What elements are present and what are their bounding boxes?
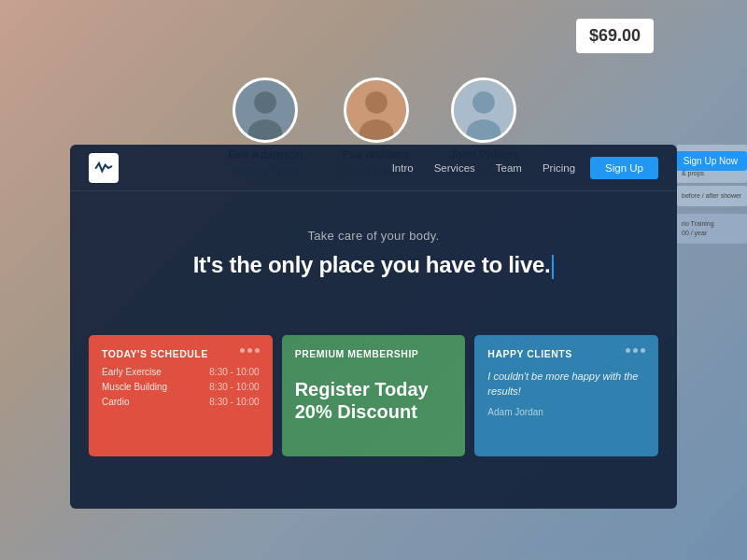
nav-logo[interactable] [89, 153, 119, 183]
right-panel: Personal Trainerspace for training& prop… [677, 145, 747, 509]
hero-subtitle: Take care of your body. [307, 229, 439, 243]
hero-title: It's the only place you have to live. [193, 252, 555, 279]
clients-title: Happy Clients [487, 348, 645, 359]
nav-intro[interactable]: Intro [392, 162, 414, 174]
trainer-avatar-eva [344, 77, 409, 143]
signup-now-button[interactable]: Sign Up Now [674, 151, 747, 171]
right-card-2: before / after shower [677, 186, 747, 206]
right-card-text-3: rio Training00 / year [682, 219, 742, 238]
signup-button[interactable]: Sign Up [590, 157, 658, 179]
schedule-item-3: Cardio 8:30 - 10:00 [102, 397, 260, 407]
testimonial-author: Adam Jordan [487, 407, 645, 417]
svg-point-4 [365, 91, 388, 114]
schedule-item-2: Muscle Building 8:30 - 10:00 [102, 382, 260, 392]
schedule-title: Today's Schedule [102, 348, 260, 359]
right-card-text-2: before / after shower [682, 191, 742, 201]
nav-services[interactable]: Services [434, 162, 475, 174]
membership-card: Premium Membership Register Today20% Dis… [282, 335, 466, 456]
clients-card: Happy Clients I couldn't be more happy w… [474, 335, 658, 456]
signup-right-area: Sign Up Now [674, 151, 747, 171]
nav-links: Intro Services Team Pricing [392, 162, 575, 174]
cursor-blink [552, 255, 554, 279]
trainer-avatar-john [451, 77, 516, 143]
svg-point-1 [254, 91, 276, 114]
trainer-avatar-ben [233, 77, 298, 143]
nav-pricing[interactable]: Pricing [543, 162, 575, 174]
main-card: Intro Services Team Pricing Sign Up Take… [70, 145, 677, 509]
price-badge: $69.00 [576, 19, 654, 53]
cards-row: Today's Schedule Early Exercise 8:30 - 1… [70, 316, 677, 456]
testimonial-quote: I couldn't be more happy with the result… [487, 369, 645, 399]
right-card-3: rio Training00 / year [677, 214, 747, 244]
nav-team[interactable]: Team [496, 162, 522, 174]
schedule-item-1: Early Exercise 8:30 - 10:00 [102, 367, 260, 377]
svg-point-7 [473, 91, 496, 114]
membership-promo: Register Today20% Discount [295, 378, 453, 423]
schedule-card: Today's Schedule Early Exercise 8:30 - 1… [89, 335, 273, 456]
hero-section: Take care of your body. It's the only pl… [70, 191, 677, 298]
membership-title: Premium Membership [295, 348, 453, 359]
navbar: Intro Services Team Pricing Sign Up [70, 145, 677, 191]
